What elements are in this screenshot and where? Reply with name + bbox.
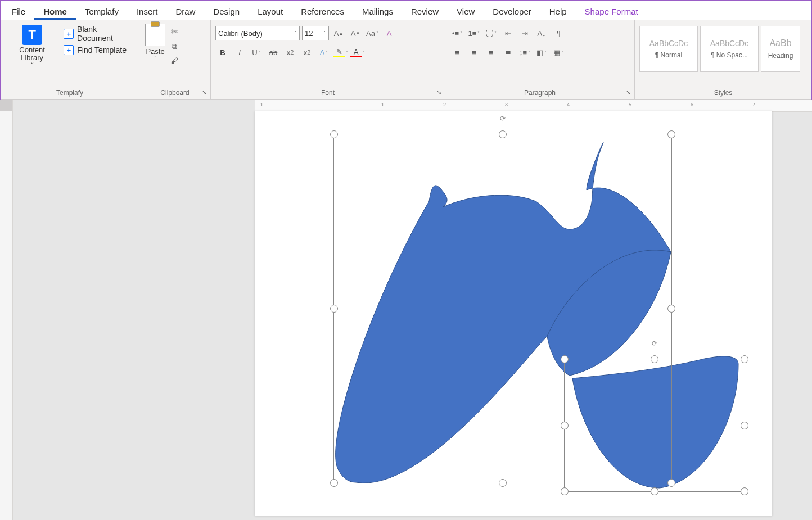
text-effects-button[interactable]: A˅ (317, 45, 331, 60)
horizontal-ruler[interactable]: 1 1 2 3 4 5 6 7 (255, 100, 812, 112)
chevron-down-icon[interactable]: ˅ (321, 30, 326, 36)
chevron-down-icon: ˅ (154, 56, 157, 61)
paste-icon (145, 24, 165, 46)
style-preview: AaBbCcDc (710, 39, 748, 48)
bold-button[interactable]: B (215, 45, 230, 60)
increase-indent-button[interactable]: ⇥ (517, 26, 532, 40)
font-color-button[interactable]: A˅ (350, 45, 365, 60)
page-wrap: 1 1 2 3 4 5 6 7 ⟳ (255, 100, 812, 520)
align-left-button[interactable]: ≡ (450, 45, 464, 60)
clipboard-dialog-launcher[interactable]: ↘ (200, 89, 208, 97)
ruler-mark: 6 (691, 102, 693, 107)
group-styles: AaBbCcDc ¶ Normal AaBbCcDc ¶ No Spac... … (635, 20, 811, 99)
content-library-button[interactable]: T Content Library˅ (5, 22, 59, 72)
tab-home[interactable]: Home (34, 3, 76, 20)
tab-review[interactable]: Review (402, 3, 448, 20)
align-right-button[interactable]: ≡ (484, 45, 498, 60)
ruler-mark: 1 (260, 102, 263, 107)
change-case-button[interactable]: Aa˅ (365, 26, 380, 40)
group-label-paragraph: Paragraph (450, 88, 630, 98)
paste-label: Paste (146, 47, 164, 56)
group-label-clipboard: Clipboard (144, 88, 206, 98)
font-name-combo[interactable]: Calibri (Body)˅ (215, 26, 300, 40)
format-painter-button[interactable]: 🖌 (169, 55, 180, 66)
superscript-button[interactable]: x2 (300, 45, 314, 60)
plus-icon: + (64, 45, 74, 55)
group-label-styles: Styles (639, 88, 807, 98)
tab-view[interactable]: View (448, 3, 484, 20)
ruler-mark: 5 (629, 102, 631, 107)
blank-document-label: Blank Document (77, 25, 134, 43)
font-dialog-launcher[interactable]: ↘ (435, 89, 443, 97)
subscript-button[interactable]: x2 (283, 45, 297, 60)
sort-button[interactable]: A↓ (534, 26, 549, 40)
document-area: 1 1 2 3 4 5 6 7 ⟳ (0, 100, 812, 520)
decrease-indent-button[interactable]: ⇤ (500, 26, 515, 40)
multilevel-button[interactable]: ⛶˅ (484, 26, 498, 40)
tab-help[interactable]: Help (540, 3, 576, 20)
find-template-label: Find Template (77, 46, 127, 55)
shading-button[interactable]: ◧˅ (534, 45, 549, 60)
style-name-label: Heading (768, 52, 793, 60)
tab-shape-format[interactable]: Shape Format (576, 3, 647, 20)
show-marks-button[interactable]: ¶ (551, 26, 566, 40)
bullets-button[interactable]: •≡˅ (450, 26, 464, 40)
tab-design[interactable]: Design (204, 3, 249, 20)
menu-bar: File Home Templafy Insert Draw Design La… (1, 1, 811, 20)
style-name-label: ¶ No Spac... (711, 51, 748, 59)
paragraph-dialog-launcher[interactable]: ↘ (624, 89, 632, 97)
style-normal[interactable]: AaBbCcDc ¶ Normal (639, 26, 698, 72)
clear-formatting-button[interactable]: A (382, 26, 396, 40)
strikethrough-button[interactable]: ab (266, 45, 281, 60)
numbering-button[interactable]: 1≡˅ (467, 26, 481, 40)
find-template-button[interactable]: + Find Template (64, 45, 134, 55)
style-preview: AaBb (769, 38, 791, 48)
ruler-mark: 1 (381, 102, 384, 107)
group-paragraph: •≡˅ 1≡˅ ⛶˅ ⇤ ⇥ A↓ ¶ ≡ ≡ ≡ ≣ ↕≡˅ ◧˅ ▦˅ Pa… (445, 20, 635, 99)
document-page[interactable]: ⟳ ⟳ (255, 111, 772, 516)
tab-developer[interactable]: Developer (484, 3, 540, 20)
group-label-font: Font (215, 88, 440, 98)
templafy-icon: T (22, 25, 42, 45)
style-heading[interactable]: AaBb Heading (761, 26, 800, 72)
tab-draw[interactable]: Draw (166, 3, 204, 20)
borders-button[interactable]: ▦˅ (551, 45, 566, 60)
tab-references[interactable]: References (292, 3, 353, 20)
highlight-button[interactable]: ✎˅ (333, 45, 348, 60)
style-no-spacing[interactable]: AaBbCcDc ¶ No Spac... (700, 26, 759, 72)
shrink-font-button[interactable]: A▼ (348, 26, 363, 40)
underline-button[interactable]: U˅ (249, 45, 264, 60)
chevron-down-icon[interactable]: ˅ (292, 30, 297, 36)
group-templafy: T Content Library˅ + Blank Document + Fi… (1, 20, 139, 99)
tab-file[interactable]: File (3, 3, 34, 20)
font-size-value: 12 (305, 29, 313, 38)
ribbon: T Content Library˅ + Blank Document + Fi… (1, 20, 811, 100)
group-label-templafy: Templafy (5, 88, 134, 98)
tab-templafy[interactable]: Templafy (76, 3, 128, 20)
style-name-label: ¶ Normal (655, 51, 682, 59)
tab-mailings[interactable]: Mailings (353, 3, 402, 20)
plus-icon: + (64, 29, 74, 39)
canvas-svg (255, 111, 772, 516)
font-name-value: Calibri (Body) (218, 29, 263, 38)
ruler-mark: 3 (505, 102, 508, 107)
justify-button[interactable]: ≣ (500, 45, 515, 60)
ruler-mark: 4 (567, 102, 570, 107)
freeform-shape-bowl[interactable] (572, 356, 738, 488)
vertical-ruler[interactable] (0, 100, 13, 520)
tab-layout[interactable]: Layout (249, 3, 292, 20)
font-size-combo[interactable]: 12˅ (302, 26, 329, 40)
align-center-button[interactable]: ≡ (467, 45, 481, 60)
content-library-label: Content Library (19, 46, 45, 62)
grow-font-button[interactable]: A▲ (331, 26, 346, 40)
copy-button[interactable]: ⧉ (169, 40, 180, 52)
paste-button[interactable]: Paste ˅ (144, 22, 166, 62)
style-preview: AaBbCcDc (649, 39, 688, 48)
italic-button[interactable]: I (232, 45, 247, 60)
group-clipboard: Paste ˅ ✄ ⧉ 🖌 Clipboard ↘ (139, 20, 211, 99)
cut-button[interactable]: ✄ (169, 26, 180, 37)
blank-document-button[interactable]: + Blank Document (64, 25, 134, 43)
line-spacing-button[interactable]: ↕≡˅ (517, 45, 532, 60)
document-gutter (13, 100, 255, 520)
tab-insert[interactable]: Insert (128, 3, 167, 20)
